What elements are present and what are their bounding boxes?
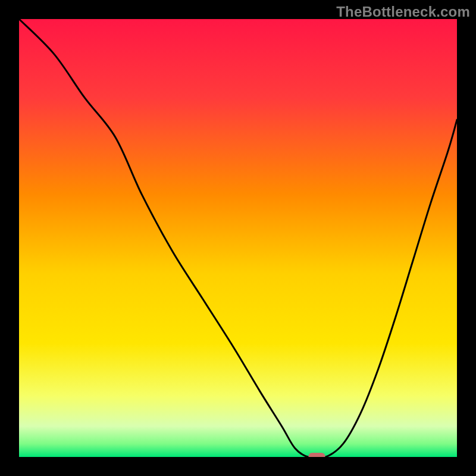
bottleneck-chart [19,19,457,457]
gradient-background [19,19,457,457]
watermark-text: TheBottleneck.com [336,4,470,20]
optimal-point-marker [308,453,325,457]
chart-frame: TheBottleneck.com [0,0,476,476]
plot-area [19,19,457,457]
